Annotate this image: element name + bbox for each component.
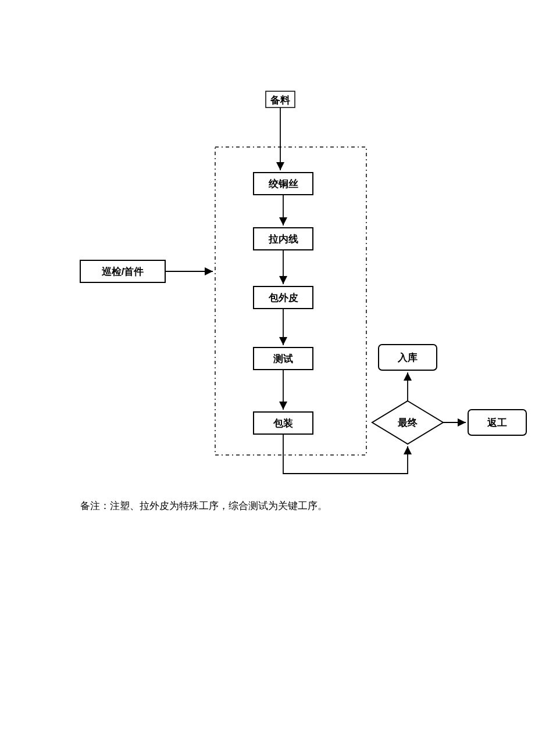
node-twist: 绞铜丝 [254,173,313,195]
node-store-label: 入库 [397,352,418,363]
node-pack-label: 包装 [273,418,293,429]
node-rework-label: 返工 [487,417,507,428]
node-test-label: 测试 [273,353,293,364]
node-draw: 拉内线 [254,228,313,250]
node-pack: 包装 [254,412,313,434]
flowchart-diagram: 备料 绞铜丝 拉内线 包外皮 测试 包装 巡检/首件 [0,0,535,756]
node-inspect: 巡检/首件 [80,260,165,282]
node-test: 测试 [254,347,313,370]
node-draw-label: 拉内线 [268,234,298,245]
node-inspect-label: 巡检/首件 [101,266,144,277]
footnote: 备注：注塑、拉外皮为特殊工序，综合测试为关键工序。 [80,500,327,511]
node-prep: 备料 [266,91,295,108]
edge-pack-final [283,434,408,474]
node-wrap: 包外皮 [254,286,313,309]
node-wrap-label: 包外皮 [268,292,298,303]
node-store: 入库 [379,345,437,370]
node-prep-label: 备料 [270,95,290,106]
node-final-label: 最终 [397,417,418,428]
node-twist-label: 绞铜丝 [268,178,298,189]
node-rework: 返工 [468,410,526,435]
node-final: 最终 [372,401,443,444]
